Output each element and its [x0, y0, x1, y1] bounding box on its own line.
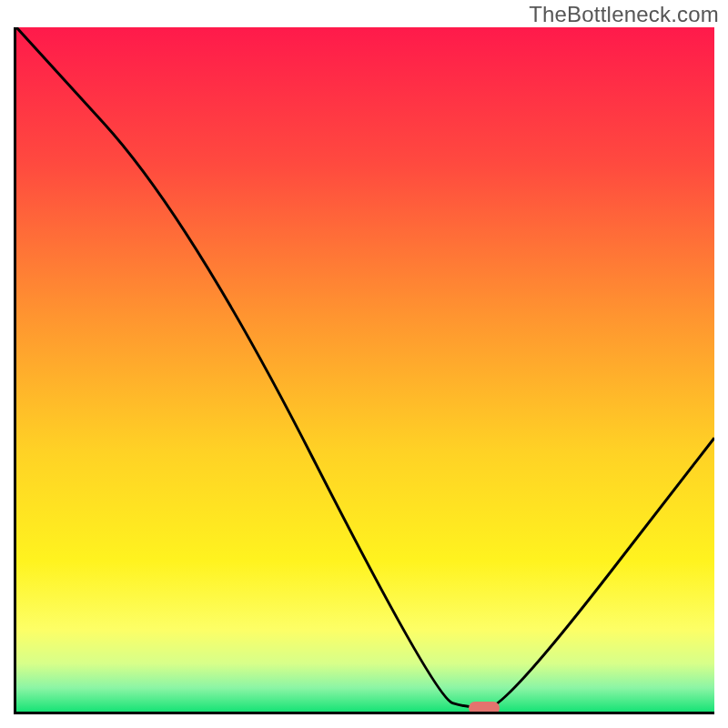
plot-area: [14, 27, 714, 714]
watermark-text: TheBottleneck.com: [529, 2, 719, 27]
chart-stage: TheBottleneck.com: [0, 0, 728, 728]
optimum-marker: [469, 702, 500, 714]
bottleneck-curve: [16, 27, 714, 712]
